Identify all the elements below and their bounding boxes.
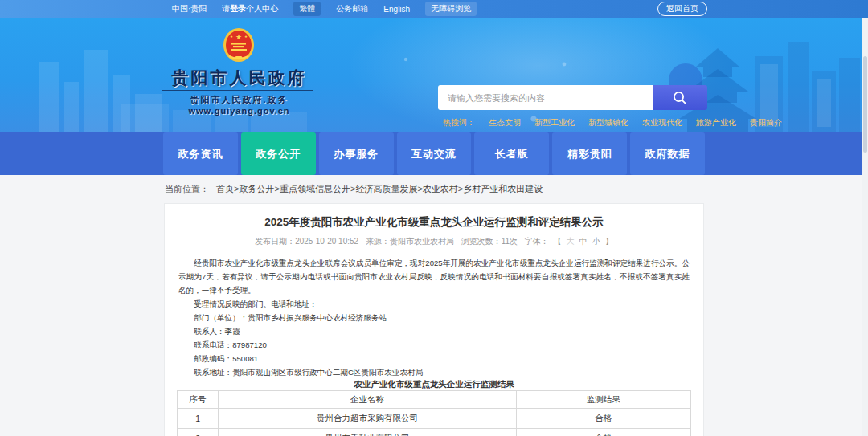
site-title: 贵阳市人民政府 <box>161 67 317 89</box>
topbar-login-link[interactable]: 请登录个人中心 <box>222 3 278 14</box>
site-logo[interactable]: ★ ★ ★ 贵阳市人民政府 贵阳市人民政府.政务 www.guiyang.gov… <box>161 18 317 132</box>
svg-text:★: ★ <box>244 35 248 39</box>
cell-index: 1 <box>178 409 219 429</box>
hot-search-label: 热搜词： <box>443 117 475 128</box>
col-header-company: 企业名称 <box>219 391 517 409</box>
topbar-region-link[interactable]: 中国·贵阳 <box>172 3 207 14</box>
article-title: 2025年度贵阳市农业产业化市级重点龙头企业运行监测和评定结果公示 <box>165 216 703 229</box>
article-paragraph: 经贵阳市农业产业化市级重点龙头企业联席会议成员单位审定，现对2025年开展的农业… <box>178 256 690 297</box>
svg-text:★: ★ <box>235 33 242 41</box>
article-source: 来源：贵阳市农业农村局 <box>366 237 454 246</box>
back-home-button[interactable]: 返回首页 <box>657 2 707 16</box>
header-banner: ★ ★ ★ 贵阳市人民政府 贵阳市人民政府.政务 www.guiyang.gov… <box>0 18 868 132</box>
logo-divider <box>162 90 313 91</box>
breadcrumb: 当前位置： 首页>政务公开>重点领域信息公开>经济高质量发展>农业农村>乡村产业… <box>165 183 542 195</box>
font-size-label: 字体： <box>525 237 549 246</box>
article-card: 2025年度贵阳市农业产业化市级重点龙头企业运行监测和评定结果公示 发布日期：2… <box>164 203 704 436</box>
breadcrumb-rural-industry[interactable]: 乡村产业和农田建设 <box>463 184 542 194</box>
search-button[interactable] <box>653 85 707 110</box>
bracket: 】 <box>605 237 613 246</box>
hot-word-link[interactable]: 生态文明 <box>489 117 521 128</box>
cell-result: 合格 <box>516 409 690 429</box>
contact-person: 联系人：李霞 <box>178 324 690 338</box>
publish-date: 发布日期：2025-10-20 10:52 <box>255 237 358 246</box>
main-navbar: 政务资讯 政务公开 办事服务 互动交流 长者版 精彩贵阳 政府数据 <box>0 132 868 175</box>
table-header-row: 序号 企业名称 监测结果 <box>178 391 691 409</box>
topbar-mail-link[interactable]: 公务邮箱 <box>336 3 368 14</box>
nav-tab-disclosure[interactable]: 政务公开 <box>241 132 316 175</box>
table-row: 1 贵州合力超市采购有限公司 合格 <box>178 409 691 429</box>
article-body: 经贵阳市农业产业化市级重点龙头企业联席会议成员单位审定，现对2025年开展的农业… <box>178 256 690 379</box>
contact-postcode: 邮政编码：550081 <box>178 352 690 365</box>
site-subtitle: 贵阳市人民政府.政务 <box>161 94 317 106</box>
skyline-decoration <box>0 18 868 132</box>
topbar-english-link[interactable]: English <box>383 5 410 14</box>
breadcrumb-economy[interactable]: 经济高质量发展 <box>355 184 417 194</box>
hot-word-link[interactable]: 旅游产业化 <box>696 117 736 128</box>
nav-tab-elderly[interactable]: 长者版 <box>474 132 549 175</box>
col-header-index: 序号 <box>178 391 219 409</box>
search-icon <box>671 89 689 107</box>
col-header-result: 监测结果 <box>516 391 690 409</box>
login-strong: 登录 <box>230 4 246 13</box>
font-size-medium-button[interactable]: 中 <box>579 237 588 246</box>
search-bar <box>438 85 707 110</box>
cell-index: 2 <box>178 429 219 436</box>
nav-tab-interaction[interactable]: 互动交流 <box>397 132 472 175</box>
topbar-accessibility-link[interactable]: 无障碍浏览 <box>425 2 477 16</box>
nav-tab-services[interactable]: 办事服务 <box>319 132 394 175</box>
hot-word-link[interactable]: 新型工业化 <box>534 117 575 128</box>
cell-company: 贵州友禾种业有限公司 <box>219 429 517 436</box>
hot-search-row: 热搜词： 生态文明 新型工业化 新型城镇化 农业现代化 旅游产业化 贵阳简介 <box>443 117 708 128</box>
nav-tab-data[interactable]: 政府数据 <box>630 132 705 175</box>
svg-text:★: ★ <box>230 35 233 39</box>
bracket: 【 <box>554 237 562 246</box>
hot-word-link[interactable]: 新型城镇化 <box>588 117 628 128</box>
cell-result: 合格 <box>516 429 690 436</box>
hot-word-link[interactable]: 贵阳简介 <box>750 117 782 128</box>
breadcrumb-key-areas[interactable]: 重点领域信息公开 <box>280 184 350 194</box>
breadcrumb-home[interactable]: 首页 <box>216 184 234 194</box>
view-count: 浏览次数：11次 <box>461 237 518 246</box>
contact-phone: 联系电话：87987120 <box>178 338 690 352</box>
contact-dept: 部门（单位）：贵阳市乡村振兴服务中心农村经济服务站 <box>178 311 690 324</box>
topbar-traditional-link[interactable]: 繁體 <box>293 2 321 16</box>
nav-tab-news[interactable]: 政务资讯 <box>163 132 238 175</box>
cell-company: 贵州合力超市采购有限公司 <box>219 409 517 429</box>
login-suffix: 个人中心 <box>246 4 278 13</box>
font-size-small-button[interactable]: 小 <box>592 237 600 246</box>
scrollbar-thumb[interactable] <box>863 56 867 153</box>
hot-word-link[interactable]: 农业现代化 <box>642 117 682 128</box>
site-url: www.guiyang.gov.cn <box>161 106 317 116</box>
search-input[interactable] <box>438 85 653 110</box>
nav-tab-highlights[interactable]: 精彩贵阳 <box>552 132 627 175</box>
page-content-area: 当前位置： 首页>政务公开>重点领域信息公开>经济高质量发展>农业农村>乡村产业… <box>0 175 868 436</box>
table-title: 农业产业化市级重点龙头企业运行监测结果 <box>165 379 703 389</box>
monitor-result-table: 序号 企业名称 监测结果 1 贵州合力超市采购有限公司 合格 2 贵州友禾种业有… <box>177 390 691 436</box>
font-size-large-button[interactable]: 大 <box>567 237 575 246</box>
breadcrumb-agriculture[interactable]: 农业农村 <box>423 184 458 194</box>
breadcrumb-disclosure[interactable]: 政务公开 <box>240 184 275 194</box>
breadcrumb-label: 当前位置： <box>165 184 209 194</box>
article-meta: 发布日期：2025-10-20 10:52 来源：贵阳市农业农村局 浏览次数：1… <box>165 237 703 247</box>
national-emblem-icon: ★ ★ ★ <box>222 27 256 64</box>
contact-address: 联系地址：贵阳市观山湖区市级行政中心二期C区贵阳市农业农村局 <box>178 365 690 379</box>
table-row: 2 贵州友禾种业有限公司 合格 <box>178 429 691 436</box>
scrollbar-track[interactable] <box>862 18 868 436</box>
article-paragraph: 受理情况反映的部门、电话和地址： <box>178 297 690 311</box>
topbar: 中国·贵阳 请登录个人中心 繁體 公务邮箱 English 无障碍浏览 返回首页 <box>0 0 868 18</box>
login-prefix: 请 <box>222 4 230 13</box>
